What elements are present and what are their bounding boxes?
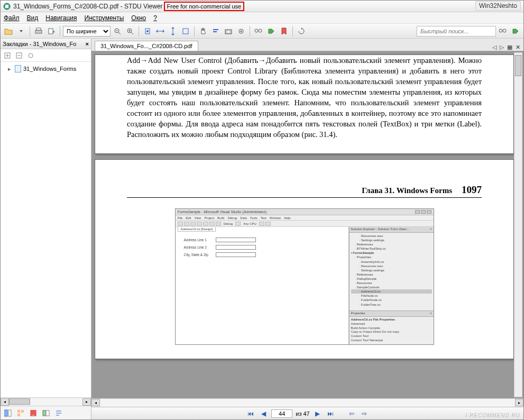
svg-rect-18 [213,31,217,32]
options-icon[interactable] [26,51,35,60]
bookmark-tree[interactable]: ▸ 31_Windows_Forms [1,62,91,397]
sidebar-close-icon[interactable]: × [86,41,89,47]
content-hscrollbar[interactable]: ◂ ▸ [91,398,523,407]
menu-tools[interactable]: Инструменты [85,14,124,22]
svg-rect-33 [5,410,7,416]
svg-point-13 [146,30,149,32]
sidebar-hscrollbar[interactable]: ◂ ▸ [1,397,91,406]
open-icon[interactable] [3,25,14,37]
menu-view[interactable]: Вид [27,14,39,22]
actual-size-icon[interactable] [180,25,191,37]
tab-grid-icon[interactable]: ▦ [507,44,512,51]
fit-width-icon[interactable] [154,25,166,37]
chapter-title: Глава 31. Windows Forms [362,186,452,195]
last-page-icon[interactable]: ⏭ [326,409,335,418]
menu-navigation[interactable]: Навигация [45,14,77,22]
print-icon[interactable] [33,25,44,37]
vs-designer: AddressCtl.cs [Design] Address Line 1Add… [176,227,349,344]
page-of-label: из 47 [296,410,310,417]
vs-titlebar: FormsSample - Microsoft Visual Studio (A… [176,209,434,215]
vs-right-panels: Solution Explorer - Solution 'Form (Sam.… [349,227,434,344]
win32-tag: Win32Neshto [475,1,521,11]
rotate-icon[interactable] [296,25,307,37]
tree-item[interactable]: ▸ 31_Windows_Forms [3,64,89,74]
expand-all-icon[interactable] [3,51,12,60]
view-bookmarks-icon[interactable] [3,408,13,418]
view-thumbnails-icon[interactable] [15,408,26,418]
zoom-select[interactable]: По ширине [63,26,111,36]
svg-point-26 [503,29,506,32]
scroll-right-icon[interactable]: ▸ [82,398,91,406]
next-page-icon[interactable]: ▶ [313,409,323,418]
tab-close-icon[interactable]: ✕ [516,44,520,51]
license-note: Free for non-commercial use [164,2,245,11]
search-go-icon[interactable] [497,25,509,37]
sidebar-view-switcher [1,406,91,419]
page-number-input[interactable] [271,409,292,418]
find-next-icon[interactable] [265,25,277,37]
bookmark-icon[interactable] [278,25,290,37]
menu-window[interactable]: Окно [131,14,146,22]
svg-rect-4 [49,29,53,34]
settings-icon[interactable] [235,25,247,37]
svg-line-9 [131,32,133,34]
scroll-thumb[interactable] [515,55,521,76]
export-icon[interactable] [45,25,57,37]
snapshot-icon[interactable] [223,25,234,37]
view-search-icon[interactable] [28,408,39,418]
watermark: I RECOMMEND RU [466,413,520,418]
svg-rect-17 [213,29,218,30]
quicksearch-input[interactable] [417,26,496,36]
first-page-icon[interactable]: ⏮ [246,409,255,418]
pdf-page: Глава 31. Windows Forms 1097 FormsSample… [95,159,514,359]
svg-point-22 [241,30,242,32]
vertical-scrollbar[interactable] [514,52,522,397]
select-text-icon[interactable] [210,25,222,37]
vs-solution-title: Solution Explorer - Solution 'Form (Sam.… [350,227,434,233]
menu-help[interactable]: ? [153,14,157,22]
tabstrip: 31_Windows_Fo..._C#2008-CD.pdf ◁ ▷ ▦ ✕ [91,39,523,51]
svg-rect-35 [17,410,20,413]
document-tab[interactable]: 31_Windows_Fo..._C#2008-CD.pdf [95,41,198,51]
zoom-in-icon[interactable] [124,25,136,37]
view-text-icon[interactable] [53,408,64,418]
window-title: 31_Windows_Forms_C#2008-CD.pdf - STDU Vi… [13,3,163,10]
toolbar: По ширине [1,24,523,39]
scroll-right-icon[interactable]: ▸ [515,399,523,406]
menu-file[interactable]: Файл [4,14,20,22]
view-layers-icon[interactable] [41,408,51,418]
collapse-all-icon[interactable] [14,51,24,60]
svg-rect-34 [8,410,11,416]
scroll-thumb[interactable] [9,398,30,405]
fit-page-icon[interactable] [142,25,153,37]
tree-item-label: 31_Windows_Forms [23,66,76,72]
app-window: 31_Windows_Forms_C#2008-CD.pdf - STDU Vi… [0,0,524,420]
search-next-icon[interactable] [510,25,521,37]
tree-expander-icon[interactable]: ▸ [8,66,13,72]
nav-forward-icon[interactable]: ⇨ [360,409,369,418]
svg-rect-39 [43,410,46,416]
svg-rect-16 [183,29,188,34]
sidebar: Закладки - 31_Windows_Fo × ▸ 31_Windows_… [1,39,91,419]
document-viewport[interactable]: Add→Add New User Control (Добавить→Добав… [91,51,523,398]
page-icon [15,65,21,72]
prev-page-icon[interactable]: ◀ [259,409,268,418]
scroll-track[interactable] [9,398,82,406]
nav-back-icon[interactable]: ⇦ [347,409,356,418]
scroll-left-icon[interactable]: ◂ [1,398,9,406]
svg-rect-36 [21,410,24,413]
tab-next-icon[interactable]: ▷ [500,44,504,51]
scroll-track[interactable] [100,399,515,407]
tab-controls: ◁ ▷ ▦ ✕ [492,44,520,51]
page-header: Глава 31. Windows Forms 1097 [127,184,482,198]
embedded-figure: FormsSample - Microsoft Visual Studio (A… [175,208,434,345]
hand-tool-icon[interactable] [197,25,209,37]
fit-height-icon[interactable] [167,25,179,37]
scroll-left-icon[interactable]: ◂ [91,399,100,406]
page-navigation: ⏮ ◀ из 47 ▶ ⏭ ⇦ ⇨ I RECOMMEND RU [91,407,523,419]
zoom-out-icon[interactable] [112,25,123,37]
find-icon[interactable] [253,25,264,37]
sidebar-header: Закладки - 31_Windows_Fo × [1,39,91,49]
open-dropdown-icon[interactable] [15,25,27,37]
tab-prev-icon[interactable]: ◁ [492,44,497,51]
